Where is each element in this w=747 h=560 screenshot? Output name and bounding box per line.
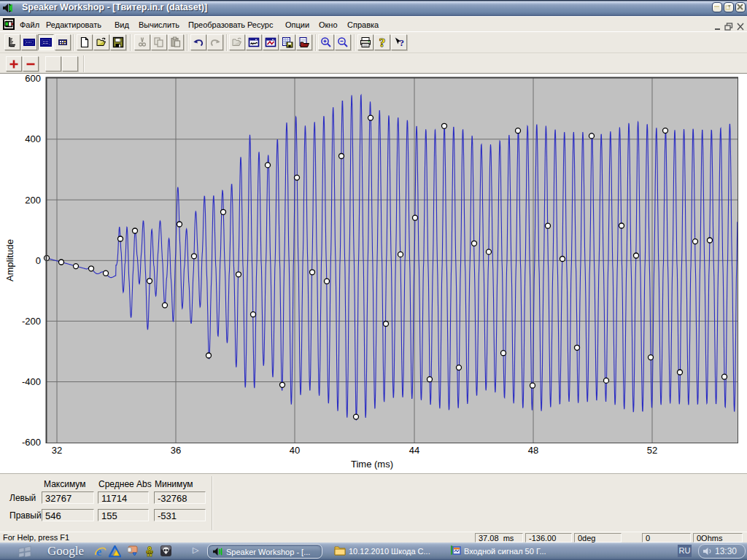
svg-text:?: ? <box>400 37 405 48</box>
svg-text:-200: -200 <box>22 316 41 327</box>
svg-text:Time (ms): Time (ms) <box>351 459 393 470</box>
svg-text:?: ? <box>379 36 386 48</box>
svg-text:52: 52 <box>647 445 657 456</box>
svg-text:-400: -400 <box>22 376 41 387</box>
svg-text:32: 32 <box>52 445 62 456</box>
svg-text:-600: -600 <box>22 437 41 448</box>
svg-text:36: 36 <box>171 445 181 456</box>
svg-text:400: 400 <box>25 133 41 144</box>
svg-text:48: 48 <box>528 445 538 456</box>
svg-text:200: 200 <box>25 195 41 206</box>
svg-text:Amplitude: Amplitude <box>4 239 15 281</box>
svg-text:600: 600 <box>25 74 41 84</box>
svg-text:44: 44 <box>409 445 419 456</box>
svg-text:qip: qip <box>147 550 153 554</box>
svg-text:40: 40 <box>290 445 300 456</box>
svg-text:0: 0 <box>36 255 41 266</box>
